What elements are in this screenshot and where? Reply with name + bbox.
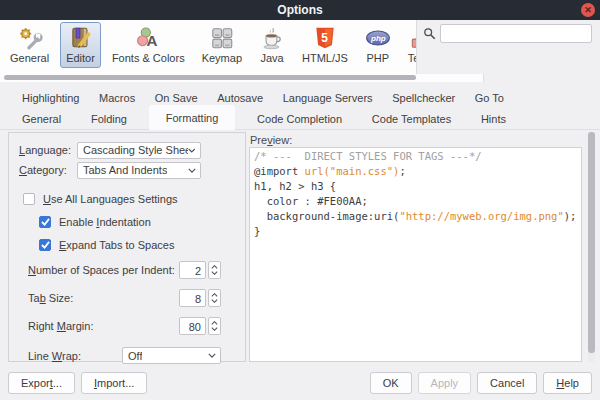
- line-wrap-select[interactable]: Off: [122, 347, 221, 364]
- toolbar-item-label: Java: [260, 52, 283, 64]
- spinner-down-icon: [211, 299, 218, 303]
- toolbar-item-label: Team: [408, 52, 417, 64]
- editor-book-pencil-icon: [68, 25, 94, 51]
- tab-size-input[interactable]: 8: [179, 289, 206, 307]
- right-margin-row: Right Margin: 80: [28, 317, 221, 335]
- tab-formatting[interactable]: Formatting: [149, 105, 236, 130]
- spinner-up-icon: [211, 293, 218, 297]
- code-line: h1, h2 > h3 {: [254, 179, 577, 194]
- import-button[interactable]: Import...: [81, 372, 147, 394]
- preview-code-area[interactable]: /* --- DIRECT STYLES FOR TAGS ---*/ @imp…: [249, 147, 582, 362]
- toolbar-item-fonts-colors[interactable]: A Fonts & Colors: [106, 22, 191, 68]
- ok-button[interactable]: OK: [370, 372, 412, 394]
- code-line: /* --- DIRECT STYLES FOR TAGS ---*/: [254, 149, 577, 164]
- category-select-value: Tabs And Indents: [83, 164, 167, 176]
- checkbox-expand-tabs[interactable]: Expand Tabs to Spaces: [39, 239, 245, 251]
- export-button[interactable]: Export...: [8, 372, 75, 394]
- tab-general[interactable]: General: [14, 108, 69, 130]
- spinner-up-icon: [211, 265, 218, 269]
- dialog-footer: Export... Import... OK Apply Cancel Help: [0, 366, 600, 400]
- right-margin-spinner-buttons[interactable]: [208, 317, 221, 335]
- checkbox-label: Use All Languages Settings: [43, 193, 178, 205]
- spaces-per-indent-label: Number of Spaces per Indent:: [28, 264, 179, 276]
- chevron-down-icon: [188, 168, 196, 173]
- editor-tabs: Highlighting Macros On Save Autosave Lan…: [0, 82, 600, 130]
- right-margin-input[interactable]: 80: [179, 317, 206, 335]
- preview-panel: Preview: /* --- DIRECT STYLES FOR TAGS -…: [249, 132, 582, 362]
- spaces-per-indent-row: Number of Spaces per Indent: 2: [28, 261, 221, 279]
- tab-code-completion[interactable]: Code Completion: [249, 108, 350, 130]
- spinner-down-icon: [211, 327, 218, 331]
- tab-folding[interactable]: Folding: [83, 108, 135, 130]
- close-button[interactable]: ✕: [581, 3, 595, 17]
- toolbar-item-php[interactable]: php PHP: [359, 22, 397, 68]
- checkbox-checked-icon: [39, 239, 51, 251]
- tab-hints[interactable]: Hints: [473, 108, 514, 130]
- formatting-tab-content: Language: Cascading Style Sheet Category…: [0, 130, 600, 366]
- team-cubes-icon: [408, 25, 417, 51]
- toolbar-item-java[interactable]: Java: [253, 22, 291, 68]
- language-label: Language:: [19, 144, 77, 156]
- tab-macros[interactable]: Macros: [91, 88, 143, 108]
- code-line: }: [254, 224, 577, 239]
- content-scrollbar[interactable]: [588, 132, 595, 362]
- cancel-button[interactable]: Cancel: [477, 372, 537, 394]
- window-title: Options: [277, 3, 322, 17]
- tab-code-templates[interactable]: Code Templates: [364, 108, 459, 130]
- toolbar-item-editor[interactable]: Editor: [60, 22, 101, 68]
- tab-go-to[interactable]: Go To: [467, 88, 512, 108]
- scrollbar-thumb[interactable]: [588, 132, 595, 353]
- line-wrap-value: Off: [128, 350, 142, 362]
- spaces-per-indent-input[interactable]: 2: [179, 261, 206, 279]
- checkbox-label: Expand Tabs to Spaces: [59, 239, 174, 251]
- scrollbar-thumb[interactable]: [4, 75, 416, 80]
- help-button[interactable]: Help: [543, 372, 592, 394]
- toolbar-scrollbar-row: [0, 74, 600, 82]
- titlebar: Options ✕: [0, 0, 600, 20]
- chevron-down-icon: [188, 148, 196, 153]
- category-select[interactable]: Tabs And Indents: [77, 162, 201, 179]
- language-select[interactable]: Cascading Style Sheet: [77, 142, 201, 159]
- svg-text:php: php: [370, 34, 386, 43]
- keyboard-icon: [209, 25, 235, 51]
- search-icon: [423, 27, 436, 40]
- line-wrap-label: Line Wrap:: [28, 350, 122, 362]
- preview-label: Preview:: [250, 134, 582, 146]
- formatting-options-panel: Language: Cascading Style Sheet Category…: [8, 132, 246, 362]
- tab-spellchecker[interactable]: Spellchecker: [384, 88, 463, 108]
- line-wrap-row: Line Wrap: Off: [28, 347, 221, 364]
- toolbar-item-label: Fonts & Colors: [112, 52, 185, 64]
- checkbox-use-all-languages[interactable]: Use All Languages Settings: [23, 193, 245, 205]
- checkbox-enable-indentation[interactable]: Enable Indentation: [39, 216, 245, 228]
- code-line: background-image:uri("http://myweb.org/i…: [254, 209, 577, 224]
- checkbox-unchecked-icon: [23, 193, 35, 205]
- code-line: @import url("main.css");: [254, 164, 577, 179]
- chevron-down-icon: [208, 353, 216, 358]
- tab-size-label: Tab Size:: [28, 292, 179, 304]
- tab-row-2: General Folding Formatting Code Completi…: [0, 108, 600, 130]
- tab-highlighting[interactable]: Highlighting: [14, 88, 87, 108]
- tab-size-spinner-buttons[interactable]: [208, 289, 221, 307]
- svg-text:5: 5: [321, 31, 328, 45]
- spaces-per-indent-spinner-buttons[interactable]: [208, 261, 221, 279]
- apply-button[interactable]: Apply: [418, 372, 472, 394]
- toolbar-item-label: Editor: [66, 52, 95, 64]
- toolbar-item-label: Keymap: [202, 52, 242, 64]
- svg-text:A: A: [147, 32, 158, 49]
- tabs-divider: [0, 129, 600, 130]
- tab-language-servers[interactable]: Language Servers: [275, 88, 381, 108]
- language-select-value: Cascading Style Sheet: [83, 144, 188, 156]
- category-label: Category:: [19, 164, 77, 176]
- toolbar-item-team[interactable]: Team: [402, 22, 417, 68]
- toolbar-item-label: PHP: [367, 52, 390, 64]
- toolbar-item-general[interactable]: General: [4, 22, 55, 68]
- gears-wrench-icon: [17, 25, 43, 51]
- html5-shield-icon: 5: [312, 25, 338, 51]
- search-input[interactable]: [440, 24, 592, 43]
- toolbar-item-keymap[interactable]: Keymap: [196, 22, 248, 68]
- coffee-cup-icon: [259, 25, 285, 51]
- code-line: color : #FE00AA;: [254, 194, 577, 209]
- toolbar-item-htmljs[interactable]: 5 HTML/JS: [296, 22, 354, 68]
- toolbar-scrollbar[interactable]: [0, 74, 484, 82]
- tab-row-1: Highlighting Macros On Save Autosave Lan…: [0, 82, 600, 108]
